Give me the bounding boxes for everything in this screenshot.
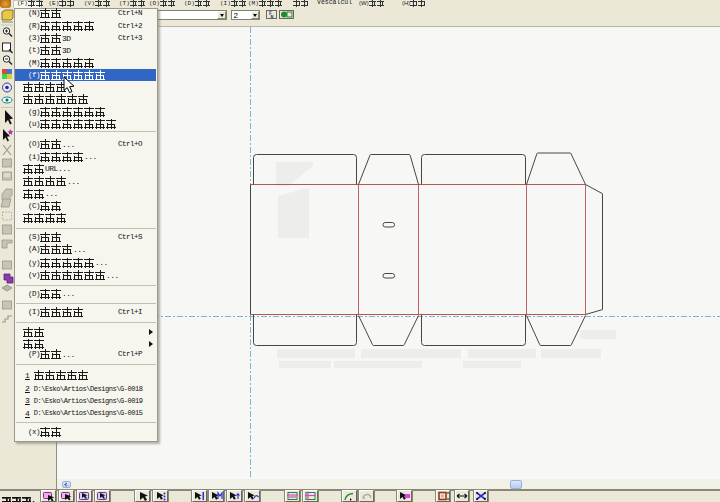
svg-text:L: L: [103, 494, 106, 500]
svg-text:L: L: [85, 494, 88, 500]
svg-text:N: N: [270, 15, 273, 19]
